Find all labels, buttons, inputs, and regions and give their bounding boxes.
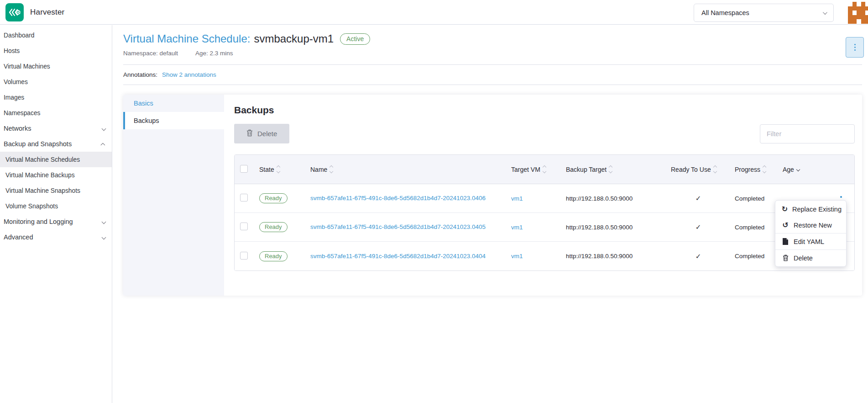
table-row: Ready svmb-657afe11-67f5-491c-8de6-5d568… bbox=[235, 184, 854, 213]
delete-button-label: Delete bbox=[257, 130, 277, 138]
sidebar-item-images[interactable]: Images bbox=[0, 90, 112, 105]
target-vm-link[interactable]: vm1 bbox=[511, 224, 523, 231]
sort-icon bbox=[609, 166, 612, 173]
check-icon: ✓ bbox=[695, 194, 701, 202]
sort-icon bbox=[714, 166, 716, 173]
resource-type-label: Virtual Machine Schedule: bbox=[123, 32, 250, 45]
top-header: Harvester All Namespaces bbox=[0, 0, 868, 25]
select-all-checkbox[interactable] bbox=[240, 165, 248, 173]
column-header-age[interactable]: Age bbox=[778, 155, 854, 184]
resource-name: svmbackup-vm1 bbox=[254, 32, 334, 45]
check-icon: ✓ bbox=[695, 252, 701, 260]
column-header-target-vm[interactable]: Target VM bbox=[507, 155, 561, 184]
harvester-logo-icon bbox=[5, 3, 24, 21]
resource-actions-button[interactable] bbox=[846, 37, 864, 58]
state-badge: Ready bbox=[259, 193, 288, 203]
sidebar-nav: Dashboard Hosts Virtual Machines Volumes… bbox=[0, 25, 112, 403]
brand-name: Harvester bbox=[30, 8, 65, 17]
column-header-state[interactable]: State bbox=[255, 155, 306, 184]
restore-new-icon: ↺ bbox=[781, 221, 790, 229]
vertical-dots-icon bbox=[854, 44, 856, 45]
state-badge: Ready bbox=[259, 222, 288, 232]
sidebar-item-virtual-machine-schedules[interactable]: Virtual Machine Schedules bbox=[0, 152, 112, 167]
column-header-progress[interactable]: Progress bbox=[730, 155, 778, 184]
backups-table: State Name Target VM Backup Target Ready… bbox=[234, 154, 855, 271]
file-icon bbox=[781, 238, 790, 245]
progress-value: Completed bbox=[730, 213, 778, 242]
sidebar-group-backup-and-snapshots[interactable]: Backup and Snapshots bbox=[0, 136, 112, 152]
sidebar-item-dashboard[interactable]: Dashboard bbox=[0, 27, 112, 43]
menu-item-replace-existing[interactable]: ↻ Replace Existing bbox=[775, 201, 846, 217]
backup-target-value: http://192.188.0.50:9000 bbox=[561, 184, 666, 213]
detail-card: Basics Backups Backups Delete bbox=[123, 95, 862, 296]
brand: Harvester bbox=[0, 3, 65, 21]
table-header-row: State Name Target VM Backup Target Ready… bbox=[235, 155, 854, 184]
chevron-down-icon bbox=[102, 126, 106, 131]
chevron-down-icon bbox=[102, 219, 106, 224]
harvester-app: Harvester All Namespaces Dashboard Hosts… bbox=[0, 0, 868, 403]
annotations-row: Annotations: Show 2 annotations bbox=[113, 65, 868, 85]
sidebar-item-virtual-machines[interactable]: Virtual Machines bbox=[0, 58, 112, 74]
backup-name-link[interactable]: svmb-657afe11-67f5-491c-8de6-5d5682d1b4d… bbox=[310, 223, 492, 231]
sidebar-item-virtual-machine-backups[interactable]: Virtual Machine Backups bbox=[0, 167, 112, 183]
target-vm-link[interactable]: vm1 bbox=[511, 253, 523, 260]
sidebar-item-namespaces[interactable]: Namespaces bbox=[0, 105, 112, 121]
trash-icon bbox=[781, 255, 790, 261]
sidebar-group-monitoring-and-logging[interactable]: Monitoring and Logging bbox=[0, 214, 112, 229]
tab-basics[interactable]: Basics bbox=[123, 95, 224, 112]
column-header-name[interactable]: Name bbox=[306, 155, 507, 184]
backups-heading: Backups bbox=[234, 105, 855, 116]
chevron-down-icon bbox=[823, 10, 827, 15]
sidebar-item-virtual-machine-snapshots[interactable]: Virtual Machine Snapshots bbox=[0, 183, 112, 198]
annotations-label: Annotations: bbox=[123, 71, 157, 78]
vertical-dots-icon bbox=[840, 196, 842, 198]
menu-item-delete[interactable]: Delete bbox=[775, 250, 846, 266]
target-vm-link[interactable]: vm1 bbox=[511, 195, 523, 202]
main-content: Virtual Machine Schedule: svmbackup-vm1 … bbox=[113, 25, 868, 403]
replace-existing-icon: ↻ bbox=[781, 205, 788, 213]
backup-target-value: http://192.188.0.50:9000 bbox=[561, 242, 666, 270]
filter-input[interactable] bbox=[760, 124, 855, 143]
backups-tab-panel: Backups Delete bbox=[224, 95, 862, 296]
select-all-header bbox=[235, 155, 255, 184]
row-checkbox[interactable] bbox=[240, 194, 248, 202]
user-avatar[interactable] bbox=[848, 2, 868, 24]
row-context-menu: ↻ Replace Existing ↺ Restore New Edit YA… bbox=[775, 200, 847, 267]
sidebar-group-networks[interactable]: Networks bbox=[0, 121, 112, 136]
sidebar-item-hosts[interactable]: Hosts bbox=[0, 43, 112, 58]
backups-toolbar: Delete bbox=[234, 124, 855, 143]
namespace-selector-value: All Namespaces bbox=[701, 9, 749, 16]
sort-icon bbox=[543, 166, 546, 173]
sidebar-item-volume-snapshots[interactable]: Volume Snapshots bbox=[0, 198, 112, 214]
tab-rail: Basics Backups bbox=[123, 95, 224, 296]
sort-desc-icon bbox=[797, 168, 800, 171]
progress-value: Completed bbox=[730, 242, 778, 270]
column-header-ready-to-use[interactable]: Ready To Use bbox=[666, 155, 730, 184]
table-row: Ready svmb-657afe11-67f5-491c-8de6-5d568… bbox=[235, 242, 854, 270]
menu-item-edit-yaml[interactable]: Edit YAML bbox=[775, 233, 846, 249]
status-badge: Active bbox=[340, 33, 370, 45]
menu-item-restore-new[interactable]: ↺ Restore New bbox=[775, 217, 846, 233]
resource-meta: Namespace: default Age: 2.3 mins bbox=[113, 45, 868, 57]
tab-backups[interactable]: Backups bbox=[123, 112, 224, 129]
sort-icon bbox=[277, 166, 280, 173]
age-value: Age: 2.3 mins bbox=[195, 50, 233, 57]
backup-name-link[interactable]: svmb-657afe11-67f5-491c-8de6-5d5682d1b4d… bbox=[310, 252, 492, 260]
sort-icon bbox=[763, 166, 766, 173]
backup-name-link[interactable]: svmb-657afe11-67f5-491c-8de6-5d5682d1b4d… bbox=[310, 194, 492, 202]
divider bbox=[123, 85, 862, 85]
state-badge: Ready bbox=[259, 251, 288, 261]
page-title: Virtual Machine Schedule: svmbackup-vm1 … bbox=[113, 25, 868, 45]
row-checkbox[interactable] bbox=[240, 252, 248, 260]
namespace-selector[interactable]: All Namespaces bbox=[694, 4, 834, 22]
backup-target-value: http://192.188.0.50:9000 bbox=[561, 213, 666, 242]
column-header-backup-target[interactable]: Backup Target bbox=[561, 155, 666, 184]
sidebar-group-advanced[interactable]: Advanced bbox=[0, 229, 112, 245]
show-annotations-link[interactable]: Show 2 annotations bbox=[162, 71, 216, 78]
delete-button[interactable]: Delete bbox=[234, 124, 289, 143]
row-checkbox[interactable] bbox=[240, 223, 248, 230]
namespace-value: Namespace: default bbox=[123, 50, 178, 57]
trash-icon bbox=[246, 129, 253, 138]
chevron-up-icon bbox=[100, 143, 105, 147]
sidebar-item-volumes[interactable]: Volumes bbox=[0, 74, 112, 90]
